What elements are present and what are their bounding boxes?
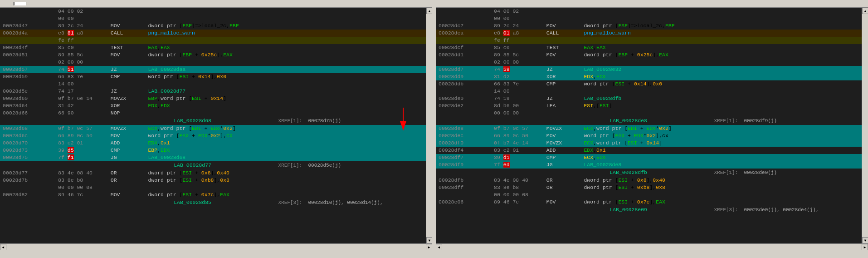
bytes-cell: 66 83 7e bbox=[492, 80, 545, 88]
tab-listing[interactable] bbox=[15, 2, 26, 5]
addr-cell: 00028d66 bbox=[0, 109, 56, 117]
mnem-cell: OR bbox=[545, 177, 582, 184]
extra-cell bbox=[712, 30, 862, 37]
operands-cell: dword ptr [ESP]=>local_2c,EBP bbox=[582, 22, 712, 30]
bytes-cell: 00 00 bbox=[56, 15, 109, 22]
bytes-cell: fe ff bbox=[56, 37, 109, 44]
dest-scroll-left[interactable]: ◄ bbox=[436, 244, 442, 250]
mnem-cell: CALL bbox=[545, 30, 582, 37]
empty-cell bbox=[109, 59, 426, 66]
bytes-cell: e8 01 a8 bbox=[492, 30, 545, 37]
source-code-table: 04 00 02 00 00 00028d47 89 2c 24 MOV dwo… bbox=[0, 8, 426, 207]
label-name-cell: LAB_00028d77 bbox=[109, 161, 277, 169]
mnem-cell: MOV bbox=[545, 22, 582, 30]
bytes-cell: 74 59 bbox=[492, 66, 545, 73]
mnem-cell: MOVZX bbox=[545, 125, 582, 132]
addr-cell: 00028d77 bbox=[0, 169, 56, 177]
extra-cell bbox=[276, 95, 426, 102]
extra-cell bbox=[712, 184, 862, 191]
bytes-cell: 66 89 0c 50 bbox=[56, 132, 109, 139]
empty-cell bbox=[109, 80, 426, 88]
bytes-cell: 89 46 7c bbox=[56, 191, 109, 198]
addr-cell: 00028d4a bbox=[0, 30, 56, 37]
source-hscroll-track[interactable] bbox=[6, 244, 426, 250]
source-scroll-down[interactable]: ▼ bbox=[426, 237, 432, 243]
xref-cell: XREF[1]: 00028df9(j) bbox=[712, 117, 862, 125]
bytes-cell: 74 19 bbox=[492, 95, 545, 102]
addr-cell bbox=[0, 8, 56, 15]
mnem-cell: XOR bbox=[545, 73, 582, 80]
addr-cell: 00028de2 bbox=[436, 102, 492, 109]
operands-cell: word ptr [ESI + 0x14],0x0 bbox=[146, 73, 276, 80]
mnem-cell: MOV bbox=[109, 51, 146, 59]
operands-cell: EDX,EDX bbox=[582, 73, 712, 80]
addr-cell: 00028df4 bbox=[436, 147, 492, 154]
bytes-cell: 0f b7 4e 14 bbox=[492, 139, 545, 147]
dest-vscroll[interactable]: ▲ ▼ bbox=[862, 8, 868, 243]
operands-cell: ECX,EDX bbox=[582, 154, 712, 161]
main-container: 04 00 02 00 00 00028d47 89 2c 24 MOV dwo… bbox=[0, 5, 868, 250]
bytes-cell: 39 d1 bbox=[492, 154, 545, 161]
source-scroll-track[interactable] bbox=[426, 14, 432, 237]
extra-cell bbox=[276, 66, 426, 73]
dest-scroll-up[interactable]: ▲ bbox=[862, 8, 868, 14]
bytes-cell: 66 90 bbox=[56, 109, 109, 117]
source-scroll-left[interactable]: ◄ bbox=[0, 244, 6, 250]
operands-cell: LAB_00028daa bbox=[146, 66, 276, 73]
source-panel-wrapper: 04 00 02 00 00 00028d47 89 2c 24 MOV dwo… bbox=[0, 5, 432, 250]
addr-cell: 00028d47 bbox=[0, 22, 56, 30]
addr-cell: 00028df7 bbox=[436, 154, 492, 161]
addr-cell: 00028dd9 bbox=[436, 73, 492, 80]
dest-hscroll[interactable]: ◄ ► bbox=[436, 243, 868, 250]
addr-cell: 00028dd7 bbox=[436, 66, 492, 73]
addr-cell: 00028d4f bbox=[0, 44, 56, 51]
operands-cell: png_malloc_warn bbox=[146, 30, 276, 37]
label-spacer bbox=[436, 169, 545, 177]
tab-bar bbox=[0, 0, 868, 5]
operands-cell: png_malloc_warn bbox=[582, 30, 712, 37]
bytes-cell: 0f b7 0c 57 bbox=[492, 125, 545, 132]
source-code-panel[interactable]: 04 00 02 00 00 00028d47 89 2c 24 MOV dwo… bbox=[0, 8, 426, 243]
label-spacer bbox=[436, 117, 545, 125]
dest-scroll-right[interactable]: ► bbox=[862, 244, 868, 250]
extra-cell bbox=[276, 88, 426, 95]
label-name-cell: LAB_00028e09 bbox=[545, 206, 712, 214]
mnem-cell: JG bbox=[545, 161, 582, 169]
bytes-cell: 04 00 02 bbox=[56, 8, 109, 15]
tab-decompile[interactable] bbox=[2, 2, 14, 5]
dest-hscroll-track[interactable] bbox=[442, 244, 862, 250]
mnem-cell: JZ bbox=[109, 88, 146, 95]
mnem-cell: NOP bbox=[109, 109, 146, 117]
empty-cell bbox=[545, 109, 862, 117]
operands-cell: EDX,0x1 bbox=[146, 139, 276, 147]
extra-cell bbox=[276, 102, 426, 109]
dest-panel-wrapper: 04 00 02 00 00 00028dc7 89 2c 24 MOV dwo… bbox=[436, 5, 868, 250]
addr-cell: 00028d70 bbox=[0, 139, 56, 147]
mnem-cell: CMP bbox=[109, 147, 146, 154]
extra-cell bbox=[276, 30, 426, 37]
addr-cell: 00028d75 bbox=[0, 154, 56, 161]
source-scroll-up[interactable]: ▲ bbox=[426, 8, 432, 14]
bytes-cell: 66 89 0c 50 bbox=[492, 132, 545, 139]
source-hscroll[interactable]: ◄ ► bbox=[0, 243, 432, 250]
dest-scroll-down[interactable]: ▼ bbox=[862, 237, 868, 243]
bytes-cell: e8 81 a8 bbox=[56, 30, 109, 37]
operands-cell: word ptr [EAX + EDX*0x2],cx bbox=[582, 132, 712, 139]
operands-cell bbox=[146, 109, 276, 117]
addr-cell: 00028d60 bbox=[0, 95, 56, 102]
xref-cell: XREF[1]: 00028d5e(j) bbox=[276, 161, 426, 169]
dest-content-area: 04 00 02 00 00 00028dc7 89 2c 24 MOV dwo… bbox=[436, 8, 868, 243]
source-vscroll[interactable]: ▲ ▼ bbox=[426, 8, 432, 243]
bytes-cell: 00 00 00 08 bbox=[492, 191, 545, 198]
operands-cell: dword ptr [EBP + 0x25c],EAX bbox=[146, 51, 276, 59]
empty-cell bbox=[545, 37, 862, 44]
bytes-cell: 85 c0 bbox=[492, 44, 545, 51]
xref-cell: XREF[3]: 00028de0(j), 00028de4(j), bbox=[712, 206, 862, 214]
operands-cell: dword ptr [ESI + 0xb8],0x8 bbox=[146, 177, 276, 184]
operands-cell: dword ptr [ESI + 0x8],0x40 bbox=[146, 169, 276, 177]
dest-code-panel[interactable]: 04 00 02 00 00 00028dc7 89 2c 24 MOV dwo… bbox=[436, 8, 862, 243]
dest-scroll-track[interactable] bbox=[862, 14, 868, 237]
addr-cell bbox=[436, 191, 492, 198]
bytes-cell: 02 00 00 bbox=[492, 59, 545, 66]
source-scroll-right[interactable]: ► bbox=[426, 244, 432, 250]
